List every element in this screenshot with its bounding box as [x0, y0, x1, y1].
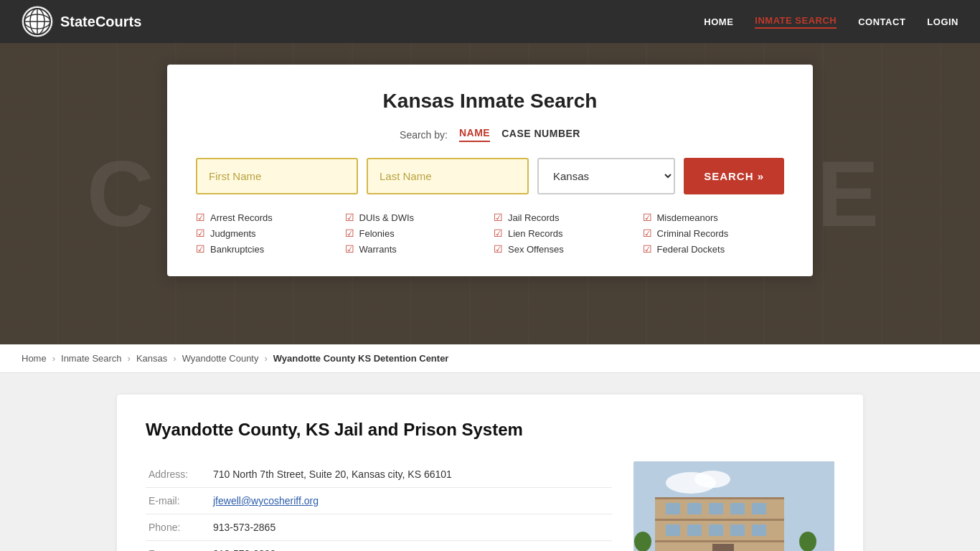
- search-title: Kansas Inmate Search: [196, 90, 784, 113]
- checkbox-label: Judgments: [210, 228, 256, 239]
- fax-label: Fax:: [146, 541, 210, 552]
- email-label: E-mail:: [146, 488, 210, 514]
- search-inputs-row: Kansas Missouri Oklahoma Nebraska SEARCH…: [196, 158, 784, 194]
- checkbox-label: Bankruptcies: [210, 244, 264, 255]
- check-icon: ☑: [345, 227, 354, 239]
- building-svg: [633, 461, 834, 551]
- svg-point-28: [799, 532, 816, 551]
- breadcrumb: Home › Inmate Search › Kansas › Wyandott…: [0, 344, 980, 373]
- main-nav: HOME INMATE SEARCH CONTACT LOGIN: [704, 15, 958, 29]
- check-icon: ☑: [643, 212, 652, 223]
- nav-contact[interactable]: CONTACT: [858, 17, 905, 27]
- checkbox-label: Lien Records: [508, 228, 563, 239]
- checkbox-sex-offenses: ☑ Sex Offenses: [494, 243, 636, 255]
- checkbox-bankruptcies: ☑ Bankruptcies: [196, 243, 338, 255]
- hero-section: COURTHOUSE Kansas Inmate Search Search b…: [0, 43, 980, 344]
- checkbox-label: Federal Dockets: [657, 244, 725, 255]
- checkbox-label: DUIs & DWIs: [359, 212, 415, 223]
- checkbox-label: Jail Records: [508, 212, 560, 223]
- checkbox-arrest-records: ☑ Arrest Records: [196, 212, 338, 223]
- phone-label: Phone:: [146, 514, 210, 541]
- check-icon: ☑: [494, 227, 503, 239]
- search-by-row: Search by: NAME CASE NUMBER: [196, 127, 784, 142]
- nav-inmate-search[interactable]: INMATE SEARCH: [755, 15, 837, 29]
- address-label: Address:: [146, 461, 210, 488]
- svg-rect-18: [752, 503, 766, 514]
- logo-text: StateCourts: [60, 14, 141, 30]
- content-main: Address: 710 North 7th Street, Suite 20,…: [146, 461, 612, 551]
- phone-value: 913-573-2865: [210, 514, 612, 541]
- content-card: Wyandotte County, KS Jail and Prison Sys…: [117, 395, 863, 551]
- logo[interactable]: StateCourts: [22, 6, 141, 37]
- email-value: jfewell@wycosheriff.org: [210, 488, 612, 514]
- facility-title: Wyandotte County, KS Jail and Prison Sys…: [146, 420, 834, 440]
- last-name-input[interactable]: [367, 158, 529, 194]
- breadcrumb-inmate-search[interactable]: Inmate Search: [61, 353, 122, 364]
- breadcrumb-sep-1: ›: [52, 353, 55, 364]
- address-value: 710 North 7th Street, Suite 20, Kansas c…: [210, 461, 612, 488]
- checkbox-label: Felonies: [359, 228, 395, 239]
- table-row: Fax: 913-573-2802: [146, 541, 612, 552]
- tab-name[interactable]: NAME: [459, 127, 490, 142]
- nav-login[interactable]: LOGIN: [927, 17, 958, 27]
- svg-rect-13: [655, 540, 784, 542]
- breadcrumb-current: Wyandotte County KS Detention Center: [273, 353, 449, 364]
- fax-value: 913-573-2802: [210, 541, 612, 552]
- svg-rect-19: [666, 524, 680, 536]
- svg-rect-14: [666, 503, 680, 514]
- check-icon: ☑: [196, 243, 205, 255]
- search-button[interactable]: SEARCH »: [684, 158, 784, 194]
- breadcrumb-sep-4: ›: [264, 353, 267, 364]
- checkbox-felonies: ☑ Felonies: [345, 227, 487, 239]
- check-icon: ☑: [345, 243, 354, 255]
- checkbox-label: Criminal Records: [657, 228, 729, 239]
- checkbox-criminal-records: ☑ Criminal Records: [643, 227, 785, 239]
- svg-rect-22: [730, 524, 745, 536]
- check-icon: ☑: [345, 212, 354, 223]
- svg-rect-16: [709, 503, 723, 514]
- breadcrumb-wyandotte-county[interactable]: Wyandotte County: [182, 353, 259, 364]
- state-select[interactable]: Kansas Missouri Oklahoma Nebraska: [537, 158, 675, 194]
- table-row: Phone: 913-573-2865: [146, 514, 612, 541]
- svg-rect-21: [709, 524, 723, 536]
- logo-icon: [22, 6, 53, 37]
- breadcrumb-sep-2: ›: [128, 353, 131, 364]
- info-table: Address: 710 North 7th Street, Suite 20,…: [146, 461, 612, 551]
- checkboxes-grid: ☑ Arrest Records ☑ DUIs & DWIs ☑ Jail Re…: [196, 212, 784, 255]
- svg-rect-11: [655, 497, 784, 499]
- svg-rect-12: [655, 519, 784, 521]
- table-row: Address: 710 North 7th Street, Suite 20,…: [146, 461, 612, 488]
- content-layout: Address: 710 North 7th Street, Suite 20,…: [146, 461, 834, 551]
- checkbox-federal-dockets: ☑ Federal Dockets: [643, 243, 785, 255]
- svg-point-26: [634, 532, 651, 551]
- check-icon: ☑: [643, 227, 652, 239]
- nav-home[interactable]: HOME: [704, 17, 733, 27]
- email-link[interactable]: jfewell@wycosheriff.org: [213, 495, 319, 507]
- check-icon: ☑: [494, 243, 503, 255]
- checkbox-label: Misdemeanors: [657, 212, 718, 223]
- site-header: StateCourts HOME INMATE SEARCH CONTACT L…: [0, 0, 980, 43]
- checkbox-warrants: ☑ Warrants: [345, 243, 487, 255]
- checkbox-label: Arrest Records: [210, 212, 273, 223]
- check-icon: ☑: [196, 212, 205, 223]
- breadcrumb-home[interactable]: Home: [22, 353, 47, 364]
- check-icon: ☑: [494, 212, 503, 223]
- tab-case-number[interactable]: CASE NUMBER: [501, 128, 580, 141]
- svg-rect-23: [752, 524, 766, 536]
- svg-point-8: [694, 471, 730, 488]
- breadcrumb-sep-3: ›: [173, 353, 176, 364]
- checkbox-misdemeanors: ☑ Misdemeanors: [643, 212, 785, 223]
- svg-rect-20: [687, 524, 702, 536]
- breadcrumb-kansas[interactable]: Kansas: [136, 353, 167, 364]
- first-name-input[interactable]: [196, 158, 358, 194]
- building-image: [633, 461, 834, 551]
- svg-rect-17: [730, 503, 745, 514]
- search-card: Kansas Inmate Search Search by: NAME CAS…: [167, 65, 813, 276]
- check-icon: ☑: [196, 227, 205, 239]
- checkbox-jail-records: ☑ Jail Records: [494, 212, 636, 223]
- checkbox-judgments: ☑ Judgments: [196, 227, 338, 239]
- checkbox-duis: ☑ DUIs & DWIs: [345, 212, 487, 223]
- checkbox-label: Sex Offenses: [508, 244, 564, 255]
- content-area: Wyandotte County, KS Jail and Prison Sys…: [95, 373, 885, 551]
- checkbox-label: Warrants: [359, 244, 397, 255]
